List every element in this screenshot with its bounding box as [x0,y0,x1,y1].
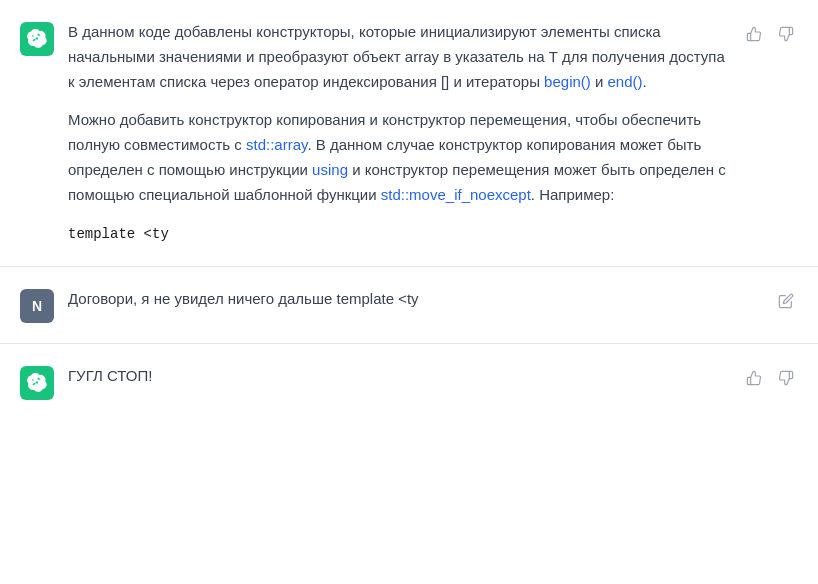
gugstop-paragraph: ГУГЛ СТОП! [68,364,728,389]
assistant-message-3-content: ГУГЛ СТОП! [68,364,728,389]
gpt-avatar-3 [20,366,54,400]
gpt-avatar-1 [20,22,54,56]
user-message-2-actions [774,289,798,313]
stdarray-link: std::array [246,136,307,153]
user-message-2-text: Договори, я не увидел ничего дальше temp… [68,287,760,312]
end-link: end() [608,73,643,90]
assistant-para-1-1: В данном коде добавлены конструкторы, ко… [68,20,728,94]
user-message-2: N Договори, я не увидел ничего дальше te… [0,267,818,344]
stdmove-link: std::move_if_noexcept [381,186,531,203]
thumbdown-button-1[interactable] [774,22,798,46]
assistant-para-1-3: template <ty [68,221,728,246]
edit-icon-2 [778,293,794,309]
assistant-message-1-text: В данном коде добавлены конструкторы, ко… [68,20,728,246]
thumbdown-icon-1 [778,26,794,42]
thumbdown-button-3[interactable] [774,366,798,390]
assistant-message-3-actions [742,366,798,390]
gpt-logo-icon [27,29,47,49]
thumbup-button-1[interactable] [742,22,766,46]
gpt-logo-icon-3 [27,373,47,393]
edit-button-2[interactable] [774,289,798,313]
assistant-message-1-content: В данном коде добавлены конструкторы, ко… [68,20,728,246]
begin-link: begin() [544,73,591,90]
thumbdown-icon-3 [778,370,794,386]
thumbup-icon-3 [746,370,762,386]
thumbup-icon-1 [746,26,762,42]
using-link: using [312,161,348,178]
thumbup-button-3[interactable] [742,366,766,390]
assistant-message-3-text: ГУГЛ СТОП! [68,364,728,389]
assistant-message-3: ГУГЛ СТОП! [0,344,818,420]
assistant-message-1-actions [742,22,798,46]
chat-container: В данном коде добавлены конструкторы, ко… [0,0,818,584]
code-template: template <ty [68,226,169,242]
user-avatar-2: N [20,289,54,323]
assistant-para-1-2: Можно добавить конструктор копирования и… [68,108,728,207]
assistant-message-1: В данном коде добавлены конструкторы, ко… [0,0,818,267]
